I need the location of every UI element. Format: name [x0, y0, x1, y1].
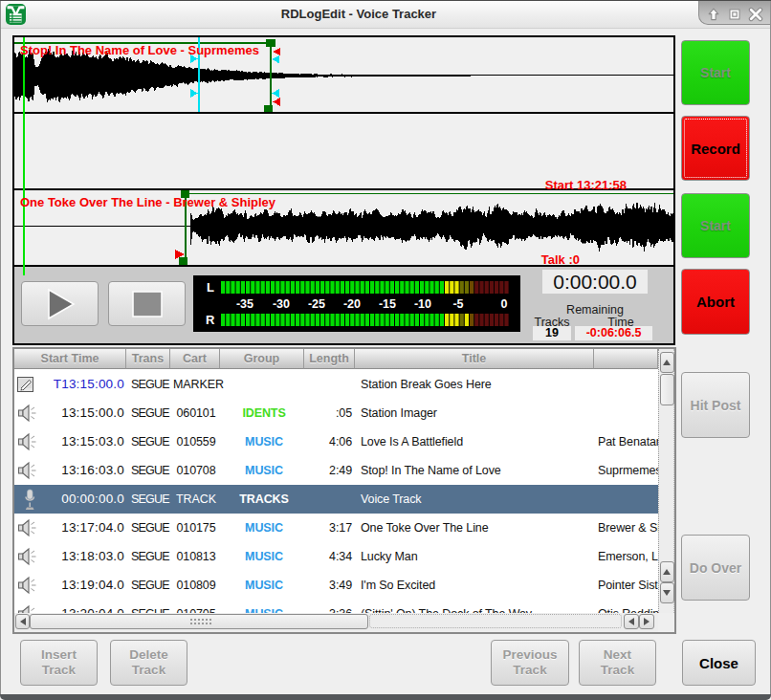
svg-text:-35: -35	[236, 297, 253, 311]
svg-text:-25: -25	[308, 297, 325, 311]
svg-text:-20: -20	[343, 297, 361, 311]
svg-text:-15: -15	[379, 297, 396, 311]
svg-text:-5: -5	[452, 297, 463, 311]
svg-text:R: R	[206, 313, 215, 327]
svg-text:-10: -10	[414, 297, 431, 311]
svg-text:L: L	[207, 280, 214, 295]
svg-text:0: 0	[501, 297, 508, 311]
svg-text:-30: -30	[273, 297, 290, 311]
